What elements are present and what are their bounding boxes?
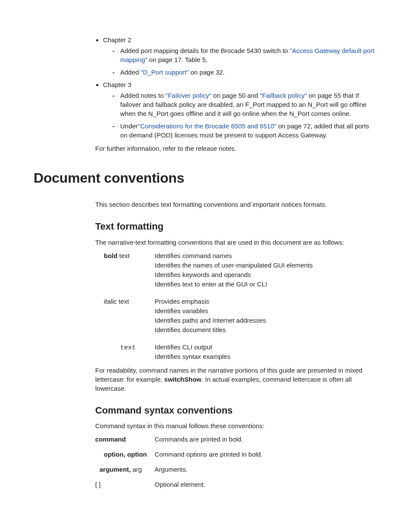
link-considerations-6505-6510[interactable]: "Considerations for the Brocade 6505 and… <box>138 122 277 130</box>
conv-body: Provides emphasis Identifies variables I… <box>155 297 377 335</box>
chapter-3: Chapter 3 Added notes to "Failover polic… <box>103 80 377 140</box>
syn-row: argument, arg Arguments. <box>95 465 377 474</box>
further-info: For further information, refer to the re… <box>95 144 377 153</box>
change-item: Under"Considerations for the Brocade 650… <box>112 121 377 140</box>
syn-label: [ ] <box>95 480 155 489</box>
syn-label: option, option <box>95 450 155 459</box>
heading-document-conventions: Document conventions <box>34 168 377 188</box>
conv-label: italic text <box>95 297 155 335</box>
change-item: Added notes to "Failover policy" on page… <box>112 91 377 118</box>
conv-row-italic: italic text Provides emphasis Identifies… <box>95 297 377 335</box>
syn-desc: Optional element. <box>155 480 377 489</box>
conv-label: text <box>95 342 155 361</box>
conv-row-mono: text Identifies CLI output Identifies sy… <box>95 342 377 361</box>
change-item: Added port mapping details for the Broca… <box>112 46 377 64</box>
syn-desc: Arguments. <box>155 465 377 474</box>
syn-row: command Commands are printed in bold. <box>95 435 377 444</box>
syn-label: argument, arg <box>95 465 155 474</box>
change-item: Added "D_Port support" on page 32. <box>112 68 377 77</box>
conv-label: bold text <box>95 251 155 289</box>
textfmt-intro: The narrative-text formatting convention… <box>95 238 377 247</box>
syn-label: command <box>95 435 155 444</box>
heading-command-syntax: Command syntax conventions <box>95 404 377 417</box>
changes-block: Chapter 2 Added port mapping details for… <box>95 35 377 153</box>
cmdsyn-intro: Command syntax in this manual follows th… <box>95 421 377 430</box>
heading-text-formatting: Text formatting <box>95 220 377 233</box>
conv-row-bold: bold text Identifies command names Ident… <box>95 251 377 289</box>
doc-conv-intro: This section describes text formatting c… <box>95 200 377 209</box>
conv-body: Identifies command names Identifies the … <box>155 251 377 289</box>
syn-row: [ ] Optional element. <box>95 480 377 489</box>
chapter-title: Chapter 3 <box>103 81 131 88</box>
syn-desc: Commands are printed in bold. <box>155 435 377 444</box>
syn-row: option, option Command options are print… <box>95 450 377 459</box>
link-dport-support[interactable]: "D_Port support" <box>141 68 189 76</box>
link-failover-policy[interactable]: "Failover policy" <box>165 92 212 99</box>
textfmt-outro: For readability, command names in the na… <box>95 366 377 393</box>
conv-body: Identifies CLI output Identifies syntax … <box>155 342 377 361</box>
chapter-2: Chapter 2 Added port mapping details for… <box>103 35 377 77</box>
changes-list: Chapter 2 Added port mapping details for… <box>95 35 377 140</box>
syn-desc: Command options are printed in bold. <box>155 450 377 459</box>
link-failback-policy[interactable]: "Failback policy" <box>260 92 307 99</box>
chapter-title: Chapter 2 <box>103 36 131 44</box>
